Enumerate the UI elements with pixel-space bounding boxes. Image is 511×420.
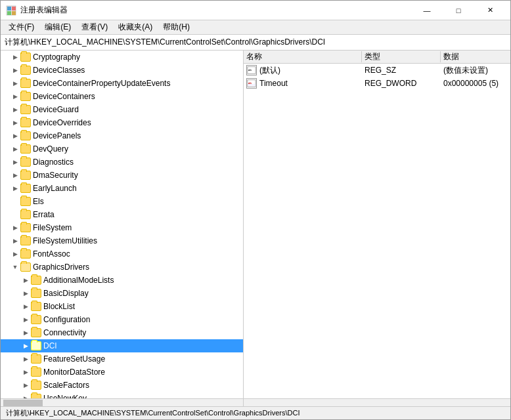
expand-icon-connectivity[interactable]: ▶ — [22, 329, 30, 337]
expand-icon-additionalmodelists[interactable]: ▶ — [22, 276, 30, 284]
tree-label-connectivity: Connectivity — [43, 328, 86, 337]
tree-item-devquery[interactable]: ▶ DevQuery — [1, 142, 243, 156]
right-list[interactable]: ab (默认) REG_SZ (数值未设置) ab Timeout REG_DW… — [244, 64, 510, 398]
tree-item-filesystemutil[interactable]: ▶ FileSystemUtilities — [1, 234, 243, 247]
address-text: 计算机\HKEY_LOCAL_MACHINE\SYSTEM\CurrentCon… — [5, 37, 325, 48]
folder-icon-additionalmodelists — [31, 276, 41, 285]
svg-rect-3 — [7, 11, 11, 15]
expand-icon-dci[interactable]: ▶ — [22, 342, 30, 350]
expand-icon-earlylaunch[interactable]: ▶ — [11, 184, 19, 192]
tree-item-scalefactors[interactable]: ▶ ScaleFactors — [1, 379, 243, 392]
tree-item-dci[interactable]: ▶ DCI — [1, 339, 243, 352]
tree-h-scroll-thumb[interactable] — [3, 400, 43, 406]
expand-icon-scalefactors[interactable]: ▶ — [22, 381, 30, 389]
right-col-header: 名称 类型 数据 — [244, 51, 510, 64]
reg-item-default[interactable]: ab (默认) REG_SZ (数值未设置) — [244, 64, 510, 77]
reg-data-timeout: 0x00000005 (5) — [443, 79, 508, 88]
left-pane: ▶ Cryptography ▶ DeviceClasses ▶ DeviceC… — [1, 51, 244, 406]
expand-icon-deviceguard[interactable]: ▶ — [11, 106, 19, 114]
minimize-button[interactable]: — — [412, 1, 442, 20]
tree-item-blocklist[interactable]: ▶ BlockList — [1, 300, 243, 313]
reg-icon-default: ab — [246, 65, 257, 75]
expand-icon-devquery[interactable]: ▶ — [11, 145, 19, 153]
right-h-scrollbar[interactable] — [244, 398, 510, 406]
menu-favorites[interactable]: 收藏夹(A) — [113, 20, 158, 34]
menu-view[interactable]: 查看(V) — [76, 20, 113, 34]
tree-item-errata[interactable]: ▶ Errata — [1, 208, 243, 221]
expand-icon-filesystemutil[interactable]: ▶ — [11, 237, 19, 245]
folder-icon-monitordatastore — [31, 368, 41, 377]
tree-item-deviceoverrides[interactable]: ▶ DeviceOverrides — [1, 116, 243, 129]
address-bar[interactable]: 计算机\HKEY_LOCAL_MACHINE\SYSTEM\CurrentCon… — [1, 35, 510, 51]
tree-item-configuration[interactable]: ▶ Configuration — [1, 313, 243, 326]
expand-icon-devicepanels[interactable]: ▶ — [11, 132, 19, 140]
expand-icon-configuration[interactable]: ▶ — [22, 316, 30, 324]
tree-item-graphicsdrivers[interactable]: ▼ GraphicsDrivers — [1, 261, 243, 274]
expand-icon-diagnostics[interactable]: ▶ — [11, 158, 19, 166]
tree-label-cryptography: Cryptography — [33, 52, 80, 62]
expand-icon-cryptography[interactable]: ▶ — [11, 53, 19, 61]
expand-icon-deviceclasses[interactable]: ▶ — [11, 66, 19, 74]
expand-icon-featuresetusage[interactable]: ▶ — [22, 355, 30, 363]
expand-icon-deviceoverrides[interactable]: ▶ — [11, 119, 19, 127]
tree-item-devicecontainers[interactable]: ▶ DeviceContainers — [1, 90, 243, 103]
folder-icon-devicecontainers — [20, 92, 31, 101]
tree-item-monitordatastore[interactable]: ▶ MonitorDataStore — [1, 366, 243, 379]
tree-item-deviceclasses[interactable]: ▶ DeviceClasses — [1, 64, 243, 77]
folder-icon-deviceclasses — [20, 66, 31, 75]
tree-item-fontassoc[interactable]: ▶ FontAssoc — [1, 247, 243, 261]
expand-icon-basicdisplay[interactable]: ▶ — [22, 289, 30, 297]
tree-label-basicdisplay: BasicDisplay — [43, 289, 89, 298]
close-button[interactable]: ✕ — [475, 1, 505, 20]
expand-icon-fontassoc[interactable]: ▶ — [11, 250, 19, 258]
tree-item-connectivity[interactable]: ▶ Connectivity — [1, 326, 243, 339]
expand-icon-monitordatastore[interactable]: ▶ — [22, 368, 30, 376]
tree-item-additionalmodelists[interactable]: ▶ AdditionalModeLists — [1, 274, 243, 287]
tree-label-deviceoverrides: DeviceOverrides — [33, 118, 91, 127]
tree-item-devicecontainer-prop[interactable]: ▶ DeviceContainerPropertyUpdateEvents — [1, 77, 243, 90]
tree-label-monitordatastore: MonitorDataStore — [43, 368, 105, 377]
tree-label-featuresetusage: FeatureSetUsage — [43, 354, 105, 364]
window-title: 注册表编辑器 — [20, 5, 412, 16]
folder-icon-errata — [20, 210, 31, 219]
tree-h-scrollbar[interactable] — [1, 398, 243, 406]
menu-help[interactable]: 帮助(H) — [158, 20, 195, 34]
tree-item-els[interactable]: ▶ Els — [1, 195, 243, 208]
tree-item-dmasecurity[interactable]: ▶ DmaSecurity — [1, 169, 243, 182]
tree-label-devicecontainers: DeviceContainers — [33, 92, 95, 101]
menu-file[interactable]: 文件(F) — [3, 20, 39, 34]
folder-icon-graphicsdrivers — [20, 262, 31, 272]
tree-item-basicdisplay[interactable]: ▶ BasicDisplay — [1, 287, 243, 300]
tree-item-featuresetusage[interactable]: ▶ FeatureSetUsage — [1, 352, 243, 366]
tree-label-earlylaunch: EarlyLaunch — [33, 184, 77, 193]
expand-icon-dmasecurity[interactable]: ▶ — [11, 171, 19, 179]
reg-data-default: (数值未设置) — [443, 65, 508, 76]
expand-icon-blocklist[interactable]: ▶ — [22, 303, 30, 310]
reg-item-timeout[interactable]: ab Timeout REG_DWORD 0x00000005 (5) — [244, 77, 510, 90]
tree-label-dci: DCI — [43, 341, 57, 350]
tree-item-deviceguard[interactable]: ▶ DeviceGuard — [1, 103, 243, 116]
registry-tree[interactable]: ▶ Cryptography ▶ DeviceClasses ▶ DeviceC… — [1, 51, 243, 398]
reg-type-timeout: REG_DWORD — [365, 79, 443, 88]
tree-item-cryptography[interactable]: ▶ Cryptography — [1, 51, 243, 64]
expand-icon-devicecontainers[interactable]: ▶ — [11, 93, 19, 100]
tree-label-dmasecurity: DmaSecurity — [33, 171, 78, 180]
menu-edit[interactable]: 编辑(E) — [39, 20, 76, 34]
tree-label-els: Els — [33, 197, 44, 206]
tree-item-earlylaunch[interactable]: ▶ EarlyLaunch — [1, 182, 243, 195]
folder-icon-blocklist — [31, 302, 41, 311]
folder-icon-deviceguard — [20, 105, 31, 114]
tree-item-diagnostics[interactable]: ▶ Diagnostics — [1, 156, 243, 169]
status-text: 计算机\HKEY_LOCAL_MACHINE\SYSTEM\CurrentCon… — [6, 408, 300, 418]
tree-label-configuration: Configuration — [43, 315, 90, 324]
menu-bar: 文件(F) 编辑(E) 查看(V) 收藏夹(A) 帮助(H) — [1, 20, 510, 35]
expand-icon-devicecontainer-prop[interactable]: ▶ — [11, 79, 19, 87]
tree-item-devicepanels[interactable]: ▶ DevicePanels — [1, 129, 243, 142]
tree-item-usenewkey[interactable]: ▶ UseNewKey — [1, 392, 243, 398]
tree-item-filesystem[interactable]: ▶ FileSystem — [1, 221, 243, 234]
expand-icon-graphicsdrivers[interactable]: ▼ — [11, 263, 19, 271]
expand-icon-filesystem[interactable]: ▶ — [11, 224, 19, 232]
maximize-button[interactable]: □ — [443, 1, 474, 20]
tree-label-filesystemutil: FileSystemUtilities — [33, 236, 97, 245]
reg-name-timeout: Timeout — [259, 79, 365, 88]
